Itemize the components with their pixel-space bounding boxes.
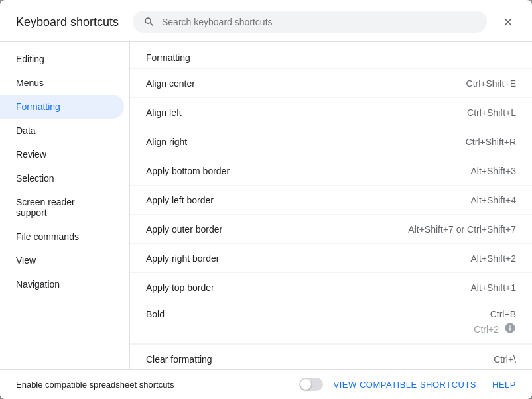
search-box xyxy=(133,11,487,33)
close-button[interactable] xyxy=(498,11,519,32)
shortcut-keys: Alt+Shift+3 xyxy=(471,166,517,176)
shortcut-action: Align center xyxy=(146,78,466,89)
shortcut-action: Align right xyxy=(146,137,466,147)
search-icon xyxy=(143,16,155,28)
sidebar-item-data[interactable]: Data xyxy=(0,119,124,142)
view-compatible-shortcuts-link[interactable]: VIEW COMPATIBLE SHORTCUTS xyxy=(334,380,476,390)
shortcut-keys: Ctrl+Shift+E xyxy=(466,78,516,89)
footer-toggle-label: Enable compatible spreadsheet shortcuts xyxy=(16,380,289,390)
shortcut-row: Apply right border Alt+Shift+2 xyxy=(130,243,532,272)
dialog-header: Keyboard shortcuts xyxy=(0,0,532,42)
shortcut-action: Apply left border xyxy=(146,195,471,205)
shortcut-action: Clear formatting xyxy=(146,354,494,365)
shortcut-row: Align center Ctrl+Shift+E xyxy=(130,68,532,97)
dialog-title: Keyboard shortcuts xyxy=(16,15,122,29)
shortcut-action: Apply top border xyxy=(146,282,471,293)
dialog-body: Editing Menus Formatting Data Review Sel… xyxy=(0,42,532,369)
shortcut-action: Bold xyxy=(146,309,490,319)
shortcut-row: Align left Ctrl+Shift+L xyxy=(130,97,532,127)
search-input[interactable] xyxy=(162,17,476,27)
sidebar-item-formatting[interactable]: Formatting xyxy=(0,95,124,119)
shortcut-keys: Ctrl+Shift+L xyxy=(467,107,516,118)
shortcut-row: Align right Ctrl+Shift+R xyxy=(130,127,532,156)
content-area: Formatting Align center Ctrl+Shift+E Ali… xyxy=(130,42,532,369)
shortcut-keys: Alt+Shift+7 or Ctrl+Shift+7 xyxy=(408,224,516,235)
shortcut-row-bold-secondary: Ctrl+2 xyxy=(130,322,532,344)
sidebar: Editing Menus Formatting Data Review Sel… xyxy=(0,42,130,369)
sidebar-item-selection[interactable]: Selection xyxy=(0,166,124,190)
shortcut-keys: Ctrl+B xyxy=(490,309,516,319)
keyboard-shortcuts-dialog: Keyboard shortcuts Editing Menus Formatt… xyxy=(0,0,532,399)
sidebar-item-navigation[interactable]: Navigation xyxy=(0,272,124,296)
shortcut-action: Apply right border xyxy=(146,253,471,264)
shortcut-row: Apply bottom border Alt+Shift+3 xyxy=(130,156,532,185)
shortcut-row: Apply left border Alt+Shift+4 xyxy=(130,185,532,214)
dialog-footer: Enable compatible spreadsheet shortcuts … xyxy=(0,369,532,399)
shortcut-keys: Ctrl+\ xyxy=(494,354,516,365)
shortcut-row: Apply top border Alt+Shift+1 xyxy=(130,272,532,302)
shortcut-row: Apply outer border Alt+Shift+7 or Ctrl+S… xyxy=(130,214,532,243)
help-link[interactable]: HELP xyxy=(492,380,516,390)
shortcut-action: Apply outer border xyxy=(146,224,408,235)
sidebar-item-file-commands[interactable]: File commands xyxy=(0,225,124,249)
info-icon[interactable] xyxy=(504,322,516,337)
section-title: Formatting xyxy=(130,42,532,68)
shortcut-keys: Alt+Shift+1 xyxy=(471,282,517,293)
shortcut-row-bold: Bold Ctrl+B xyxy=(130,302,532,322)
toggle-thumb xyxy=(300,379,311,390)
sidebar-item-view[interactable]: View xyxy=(0,249,124,272)
sidebar-item-menus[interactable]: Menus xyxy=(0,71,124,95)
shortcut-keys: Alt+Shift+4 xyxy=(471,195,517,205)
bold-shortcut-group: Bold Ctrl+B Ctrl+2 xyxy=(130,302,532,344)
shortcut-row: Clear formatting Ctrl+\ xyxy=(130,344,532,369)
toggle-switch[interactable] xyxy=(299,378,323,391)
shortcut-keys: Ctrl+Shift+R xyxy=(466,137,516,147)
shortcut-action: Apply bottom border xyxy=(146,166,471,176)
shortcut-keys: Alt+Shift+2 xyxy=(471,253,517,264)
shortcut-keys-secondary: Ctrl+2 xyxy=(474,324,499,335)
shortcut-action: Align left xyxy=(146,107,467,118)
sidebar-item-screen-reader[interactable]: Screen reader support xyxy=(0,190,124,225)
sidebar-item-editing[interactable]: Editing xyxy=(0,47,124,71)
sidebar-item-review[interactable]: Review xyxy=(0,142,124,166)
